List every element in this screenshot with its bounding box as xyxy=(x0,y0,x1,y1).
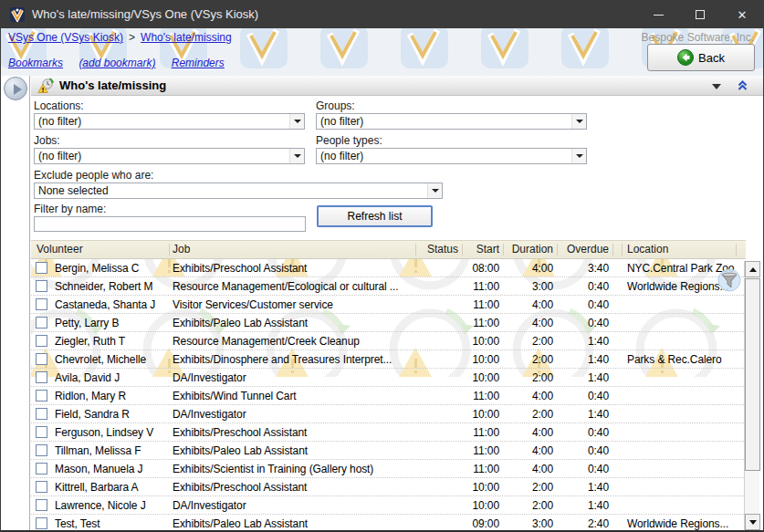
back-button[interactable]: Back xyxy=(647,44,755,71)
chevron-down-icon xyxy=(289,114,304,129)
start-cell: 11:00 xyxy=(463,426,504,439)
row-checkbox[interactable] xyxy=(36,280,47,292)
table-header: Volunteer Job Status Start Duration Over… xyxy=(31,240,746,259)
table-row[interactable]: Schneider, Robert M Resource Management/… xyxy=(31,277,746,296)
play-icon xyxy=(14,84,22,95)
row-checkbox[interactable] xyxy=(36,353,47,365)
table-row[interactable]: Ziegler, Ruth T Resource Management/Cree… xyxy=(31,332,746,350)
row-checkbox[interactable] xyxy=(36,335,47,347)
column-header-status[interactable]: Status xyxy=(416,241,463,258)
panel-header[interactable]: Who's late/missing xyxy=(31,76,763,96)
jobs-select[interactable]: (no filter) xyxy=(34,148,305,164)
jobs-value: (no filter) xyxy=(38,150,81,162)
table-row[interactable]: Avila, David J DA/Investigator 10:00 2:0… xyxy=(31,369,746,387)
breadcrumb-current-link[interactable]: Who's late/missing xyxy=(141,31,232,44)
bookmarks-link[interactable]: Bookmarks xyxy=(8,57,63,69)
collapse-chevrons-icon[interactable] xyxy=(737,79,748,91)
table-row[interactable]: Field, Sandra R DA/Investigator 10:00 2:… xyxy=(31,405,746,423)
column-header-location[interactable]: Location xyxy=(623,241,737,258)
volunteer-name: Avila, David J xyxy=(55,371,120,384)
row-checkbox[interactable] xyxy=(36,444,47,456)
column-header-volunteer[interactable]: Volunteer xyxy=(31,241,170,258)
table-row[interactable]: Test, Test Exhibits/Paleo Lab Assistant … xyxy=(31,515,746,530)
top-strip: VSys One (VSys Kiosk)>Who's late/missing… xyxy=(1,28,763,76)
volunteer-name: Field, Sandra R xyxy=(55,408,130,421)
exclude-label: Exclude people who are: xyxy=(34,169,153,182)
breadcrumb-home-link[interactable]: VSys One (VSys Kiosk) xyxy=(8,31,123,44)
table-row[interactable]: Mason, Manuela J Exhibits/Scientist in T… xyxy=(31,460,746,478)
job-cell: Exhibits/Dinosphere and Treasures Interp… xyxy=(170,353,416,366)
row-checkbox[interactable] xyxy=(36,481,47,493)
minimize-button[interactable] xyxy=(637,1,679,28)
duration-cell: 2:00 xyxy=(504,499,558,512)
volunteer-name: Test, Test xyxy=(55,517,99,530)
scrollbar-thumb[interactable] xyxy=(745,278,760,471)
duration-cell: 4:00 xyxy=(504,426,558,439)
row-checkbox[interactable] xyxy=(36,371,47,383)
column-header-start[interactable]: Start xyxy=(463,241,504,258)
chevron-down-icon xyxy=(289,149,304,163)
row-checkbox[interactable] xyxy=(36,317,47,329)
location-cell: Worldwide Regions... xyxy=(623,517,737,530)
volunteer-name: Bergin, Melissa C xyxy=(55,262,139,275)
close-button[interactable]: ✕ xyxy=(721,1,763,28)
table-row[interactable]: Castaneda, Shanta J Visitor Services/Cus… xyxy=(31,296,746,314)
start-cell: 08:00 xyxy=(463,262,504,275)
exclude-select[interactable]: None selected xyxy=(34,183,443,199)
exclude-value: None selected xyxy=(38,184,109,197)
column-header-job[interactable]: Job xyxy=(170,241,416,258)
title-bar: Who's late/missing/VSys One (VSys Kiosk)… xyxy=(1,1,763,28)
duration-cell: 2:00 xyxy=(504,481,558,494)
locations-value: (no filter) xyxy=(38,115,81,128)
vertical-scrollbar[interactable] xyxy=(744,261,759,530)
overdue-cell: 1:40 xyxy=(558,371,613,384)
scroll-down-button[interactable] xyxy=(745,514,760,530)
duration-cell: 2:00 xyxy=(504,353,558,366)
table-row[interactable]: Ridlon, Mary R Exhibits/Wind Tunnel Cart… xyxy=(31,387,746,405)
row-checkbox[interactable] xyxy=(36,390,47,402)
row-checkbox[interactable] xyxy=(36,463,47,475)
duration-cell: 3:00 xyxy=(504,280,558,293)
filter-by-name-label: Filter by name: xyxy=(34,203,106,215)
table-row[interactable]: Petty, Larry B Exhibits/Paleo Lab Assist… xyxy=(31,314,746,332)
location-cell: Parks & Rec.Calero xyxy=(623,353,737,366)
table-row[interactable]: Chevrolet, Michelle Exhibits/Dinosphere … xyxy=(31,350,746,369)
groups-select[interactable]: (no filter) xyxy=(316,113,587,130)
volunteer-name: Schneider, Robert M xyxy=(55,280,153,293)
people-types-select[interactable]: (no filter) xyxy=(316,148,587,164)
column-header-duration[interactable]: Duration xyxy=(504,241,558,258)
duration-cell: 2:00 xyxy=(504,335,558,348)
table-row[interactable]: Bergin, Melissa C Exhibits/Preschool Ass… xyxy=(31,259,746,277)
table-row[interactable]: Lawrence, Nicole J DA/Investigator 10:00… xyxy=(31,496,746,515)
row-checkbox[interactable] xyxy=(36,262,47,274)
panel-menu-caret-icon[interactable] xyxy=(712,84,721,89)
app-window: Who's late/missing/VSys One (VSys Kiosk)… xyxy=(0,0,764,532)
table-row[interactable]: Kittrell, Barbara A Exhibits/Preschool A… xyxy=(31,478,746,496)
column-header-tail xyxy=(737,241,746,258)
add-bookmark-link[interactable]: (add bookmark) xyxy=(78,57,155,69)
duration-cell: 4:00 xyxy=(504,390,558,402)
row-checkbox[interactable] xyxy=(36,408,47,420)
start-cell: 11:00 xyxy=(463,317,504,329)
reminders-link[interactable]: Reminders xyxy=(172,57,225,69)
row-checkbox[interactable] xyxy=(36,426,47,438)
funnel-filter-icon[interactable] xyxy=(717,268,741,292)
table-row[interactable]: Ferguson, Lindsey V Exhibits/Preschool A… xyxy=(31,423,746,442)
filter-by-name-input[interactable] xyxy=(34,216,306,232)
row-checkbox[interactable] xyxy=(36,499,47,511)
green-back-arrow-icon xyxy=(677,49,694,66)
nav-expand-button[interactable] xyxy=(4,77,27,100)
refresh-list-button[interactable]: Refresh list xyxy=(317,205,433,227)
row-checkbox[interactable] xyxy=(36,298,47,310)
overdue-cell: 0:40 xyxy=(558,426,613,439)
maximize-button[interactable] xyxy=(679,1,721,28)
start-cell: 10:00 xyxy=(463,353,504,366)
start-cell: 11:00 xyxy=(463,298,504,311)
column-header-overdue[interactable]: Overdue xyxy=(558,241,613,258)
table-row[interactable]: Tillman, Melissa F Exhibits/Paleo Lab As… xyxy=(31,442,746,460)
scroll-up-button[interactable] xyxy=(745,261,760,277)
locations-select[interactable]: (no filter) xyxy=(34,113,305,130)
row-checkbox[interactable] xyxy=(36,517,47,529)
start-cell: 11:00 xyxy=(463,390,504,402)
start-cell: 10:00 xyxy=(463,481,504,494)
